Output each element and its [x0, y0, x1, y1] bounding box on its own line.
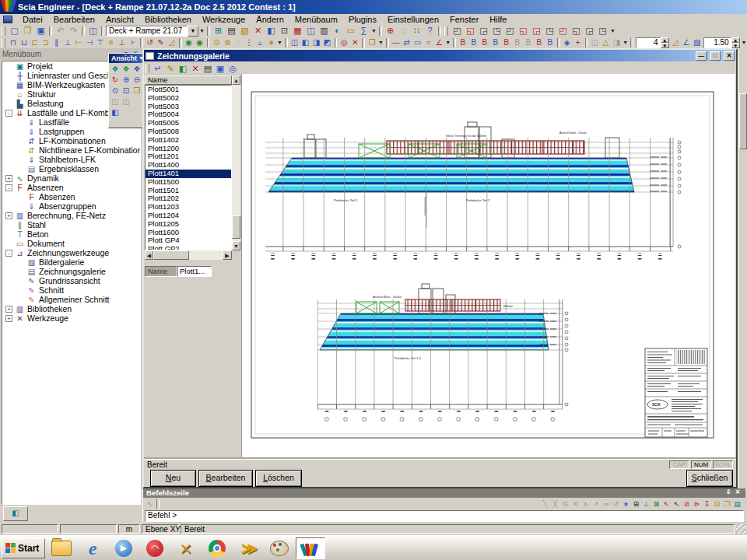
- measure-caret[interactable]: ▼: [445, 37, 451, 47]
- property-value[interactable]: Plott1...: [177, 266, 212, 277]
- spacer[interactable]: [132, 96, 142, 107]
- delete-button[interactable]: Löschen: [255, 470, 302, 487]
- scale-up[interactable]: ▲: [661, 37, 669, 43]
- scroll-up-icon[interactable]: ▲: [232, 75, 240, 85]
- shade-icon[interactable]: △: [600, 37, 611, 47]
- viewport-icon[interactable]: ◫: [86, 26, 100, 36]
- snap-point-icon[interactable]: ∗: [621, 499, 631, 509]
- vertical-scrollbar-thumb[interactable]: [232, 215, 240, 239]
- point-grid-icon[interactable]: ◉: [195, 37, 205, 47]
- view-preset-12[interactable]: ◳: [596, 26, 609, 36]
- sidebar-item-stahl[interactable]: ∥Stahl: [2, 220, 140, 229]
- clipboard-2-icon[interactable]: ◧: [300, 37, 311, 47]
- zoom-up[interactable]: ▲: [731, 37, 740, 43]
- toolbar-grip[interactable]: [2, 38, 5, 47]
- view-preset-7[interactable]: ◲: [530, 26, 543, 36]
- menu-men-baum[interactable]: Menübaum: [289, 15, 343, 25]
- load-case-1-icon[interactable]: B: [458, 37, 468, 47]
- edit-button[interactable]: Bearbeiten: [198, 470, 253, 487]
- group1-caret[interactable]: ▼: [370, 26, 377, 36]
- menu-plugins[interactable]: Plugins: [343, 15, 382, 25]
- sidebar-item-ergebnisklassen[interactable]: ▤Ergebnisklassen: [2, 164, 140, 173]
- sidebar-item-schnitt[interactable]: ✎Schnitt: [2, 285, 140, 295]
- document-window-icon[interactable]: [3, 16, 12, 23]
- scale-down[interactable]: ▼: [661, 43, 669, 48]
- clipboard-1-icon[interactable]: ◫: [289, 37, 300, 47]
- expander-icon[interactable]: -: [5, 250, 12, 257]
- sidebar-item-zeichnungsgalerie[interactable]: ▤Zeichnungsgalerie: [2, 267, 140, 276]
- project-select-arrow[interactable]: ▼: [188, 26, 198, 37]
- zoom-selection-icon[interactable]: ⊕: [384, 26, 397, 36]
- sidebar-item-grundrissansicht[interactable]: ✎Grundrissansicht: [2, 276, 140, 285]
- measure-angle-icon[interactable]: ∠: [434, 37, 445, 47]
- expander-icon[interactable]: +: [5, 306, 12, 313]
- delete-drawing-icon[interactable]: ✕: [189, 63, 202, 74]
- beam-icon[interactable]: ⊓: [8, 37, 19, 47]
- measure-circle-icon[interactable]: ○: [423, 37, 434, 47]
- snap-list-icon[interactable]: ▤: [732, 499, 742, 509]
- activity-icon[interactable]: ◈: [562, 37, 573, 47]
- preset-caret[interactable]: ▼: [609, 26, 616, 36]
- gallery-icon[interactable]: ▧: [238, 26, 251, 36]
- horizontal-scrollbar-thumb[interactable]: [153, 250, 189, 260]
- menu-datei[interactable]: Datei: [17, 15, 48, 25]
- settings-icon[interactable]: ∗: [265, 37, 276, 47]
- open-view-icon[interactable]: ❒: [132, 86, 142, 96]
- edit-poly-icon[interactable]: ✎: [156, 37, 167, 47]
- copy-icon[interactable]: ◧: [265, 26, 278, 36]
- view-preset-11[interactable]: ◲: [583, 26, 596, 36]
- scroll-down-icon[interactable]: ▼: [232, 241, 240, 250]
- gallery-item-plott1205[interactable]: Plott1205: [146, 220, 231, 229]
- layers-folder-icon[interactable]: ❒: [366, 37, 377, 47]
- snap-arrow-icon[interactable]: ↗: [591, 499, 601, 509]
- sidebar-item-stahlbeton-lfk[interactable]: ⇓Stahlbeton-LFK: [2, 155, 140, 164]
- snap-cross-icon[interactable]: ╳: [550, 499, 560, 509]
- view-preset-4[interactable]: ◳: [490, 26, 503, 36]
- hinge-icon[interactable]: ⊦: [128, 37, 139, 47]
- print-drawing-icon[interactable]: ▤: [202, 63, 214, 74]
- delete-icon[interactable]: ✕: [349, 37, 360, 47]
- plate-icon[interactable]: ⊏: [30, 37, 40, 47]
- haunch-icon[interactable]: ⊢: [73, 37, 84, 47]
- sidebar-item-zeichnungswerkzeuge[interactable]: -⊿Zeichnungswerkzeuge: [2, 248, 140, 257]
- copy-drawing-icon[interactable]: ◧: [177, 63, 189, 74]
- expander-icon[interactable]: +: [5, 315, 12, 322]
- gallery-item-plott-gp2[interactable]: Plott GP2: [146, 245, 231, 250]
- save-icon[interactable]: ▣: [34, 26, 47, 36]
- resize-grip[interactable]: [736, 524, 745, 534]
- preview-icon[interactable]: ◐: [331, 26, 344, 36]
- status-plane[interactable]: Ebene XY: [142, 524, 179, 534]
- render-icon[interactable]: ◫: [589, 37, 600, 47]
- snap-drop-icon[interactable]: ↧: [702, 499, 712, 509]
- help-icon[interactable]: ?: [423, 26, 437, 36]
- gallery-titlebar[interactable]: Zeichnungsgalerie — □ ✕: [144, 50, 736, 61]
- sidebar-item-absenzen-unter[interactable]: FAbsenzen: [2, 192, 140, 201]
- visibility-icon[interactable]: ◎: [338, 37, 349, 47]
- scroll-right-icon[interactable]: ▶: [223, 250, 232, 260]
- paint-icon[interactable]: [265, 537, 294, 559]
- node-icon[interactable]: ⊣: [84, 37, 95, 47]
- project-select-value[interactable]: Deck + Rampe 21.07: [106, 26, 188, 37]
- menu-fenster[interactable]: Fenster: [444, 15, 484, 25]
- minimize-button[interactable]: —: [696, 51, 707, 61]
- angle-icon[interactable]: ∠: [681, 37, 692, 47]
- slab-icon[interactable]: ≡: [106, 37, 117, 47]
- load-case-8-icon[interactable]: B: [534, 37, 545, 47]
- toolbar-grip[interactable]: [2, 26, 5, 36]
- drawing-canvas[interactable]: Kleine Trennfuge bei der 800mm Ansicht N…: [241, 74, 735, 459]
- close-panel-icon[interactable]: ✕: [733, 488, 742, 497]
- wire-icon[interactable]: ◨: [611, 37, 622, 47]
- clip-box-icon[interactable]: ◫: [110, 96, 121, 107]
- view-preset-3[interactable]: ◲: [477, 26, 490, 36]
- command-input[interactable]: Befehl >: [145, 510, 744, 522]
- menu-ndern[interactable]: Ändern: [251, 15, 289, 25]
- polyline-icon[interactable]: ↺: [145, 37, 156, 47]
- new-button[interactable]: Neu: [150, 470, 196, 487]
- surface-icon[interactable]: ◿: [167, 37, 177, 47]
- load-case-2-icon[interactable]: B: [468, 37, 479, 47]
- column-icon[interactable]: ⊔: [19, 37, 30, 47]
- window-icon[interactable]: ◫: [304, 26, 317, 36]
- axo-view-3-icon[interactable]: ❖: [132, 64, 142, 75]
- sidebar-item-lf-kombinationen[interactable]: ⇵LF-Kombinationen: [2, 136, 140, 145]
- plot-list-header[interactable]: Name: [145, 75, 232, 85]
